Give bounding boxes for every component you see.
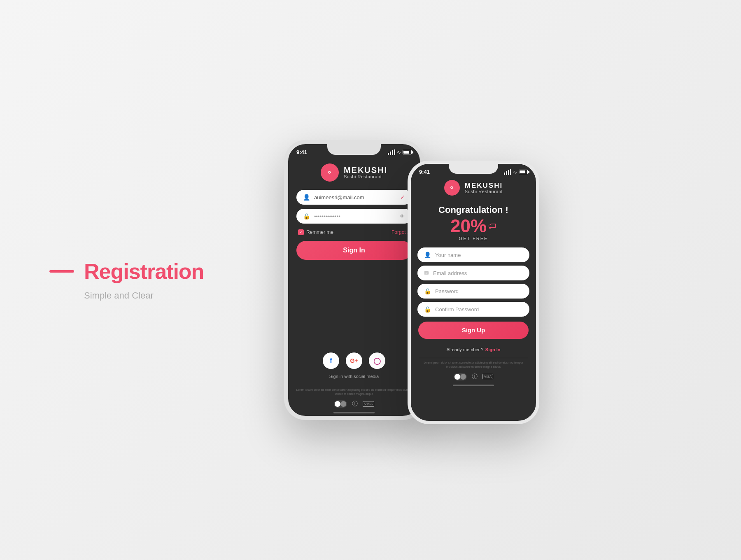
- signal-bar-4: [394, 149, 395, 155]
- password-value: ••••••••••••••: [314, 213, 396, 219]
- signal-bar-1: [388, 153, 389, 155]
- red-line-decoration: [49, 270, 74, 273]
- bottom-bar-signup: Ⓣ VISA: [411, 370, 536, 382]
- signal-bar-s1: [504, 173, 505, 175]
- sign-in-button[interactable]: Sign In: [296, 241, 412, 260]
- paypal-icon-signup: Ⓣ: [472, 373, 478, 380]
- discount-percent: 20%: [450, 217, 487, 235]
- signal-bar-s2: [506, 171, 507, 175]
- congrat-section: Congratulation ! 20% 🏷 GET FREE: [411, 200, 536, 247]
- get-free-text: GET FREE: [419, 236, 528, 241]
- sign-in-label: Sign In: [343, 247, 365, 254]
- remember-row: ✓ Remmer me Forgot >: [288, 228, 420, 241]
- email-value: auimeesri@mail.com: [314, 194, 396, 201]
- battery-icon: [403, 150, 412, 154]
- sign-up-button[interactable]: Sign Up: [418, 322, 529, 339]
- visa-icon-signup: VISA: [482, 374, 493, 379]
- wifi-icon: ∿: [397, 149, 401, 155]
- phone-notch-signin: [327, 144, 381, 155]
- time-signin: 9:41: [296, 149, 307, 155]
- signal-bar-s3: [508, 170, 509, 175]
- your-name-field[interactable]: 👤 Your name: [417, 247, 529, 262]
- sign-up-label: Sign Up: [462, 327, 485, 334]
- logo-tagline-signin: Sushi Restaurant: [344, 174, 387, 179]
- title-container: Registration: [49, 259, 204, 284]
- congrat-title: Congratulation !: [419, 205, 528, 215]
- status-icons-signin: ∿: [388, 149, 412, 155]
- password-field-signin[interactable]: 🔒 •••••••••••••• 👁: [296, 209, 412, 224]
- logo-name-signup: MEKUSHI: [465, 182, 503, 189]
- paypal-icon: Ⓣ: [352, 400, 358, 408]
- person-icon-email: 👤: [303, 194, 310, 201]
- battery-fill-signup: [520, 170, 525, 173]
- logo-section-signup: ⚬ MEKUSHI Sushi Restaurant: [411, 177, 536, 200]
- visa-icon: VISA: [363, 401, 375, 407]
- social-icons-row: f G+ ◯: [323, 352, 385, 369]
- confirm-password-placeholder: Confirm Password: [435, 306, 523, 313]
- battery-icon-signup: [519, 170, 528, 174]
- logo-circle-signup: ⚬: [444, 180, 460, 196]
- eye-icon: 👁: [400, 213, 405, 219]
- password-field-signup[interactable]: 🔒 Password: [417, 284, 529, 299]
- instagram-icon[interactable]: ◯: [369, 352, 385, 369]
- logo-text-signin: MEKUSHI Sushi Restaurant: [344, 166, 387, 179]
- registration-subtitle: Simple and Clear: [84, 290, 204, 301]
- lock-icon-signup: 🔒: [424, 288, 431, 294]
- already-member-text: Already member ?: [447, 347, 484, 352]
- remember-left[interactable]: ✓ Remmer me: [298, 229, 333, 235]
- terms-text-signin: Lorem ipsum dolor sit amet consectetur a…: [288, 387, 420, 397]
- toggle-dot-left-signup: [454, 374, 460, 380]
- phones-container: 9:41 ∿: [284, 136, 539, 424]
- battery-fill: [403, 151, 409, 154]
- facebook-icon[interactable]: f: [323, 352, 339, 369]
- logo-section-signin: ⚬ MEKUSHI Sushi Restaurant: [288, 157, 420, 190]
- page-container: Registration Simple and Clear 9:41: [0, 0, 741, 560]
- person-icon-name: 👤: [424, 252, 431, 258]
- email-placeholder: Email address: [433, 270, 523, 276]
- your-name-placeholder: Your name: [435, 252, 523, 258]
- toggle-dot-left: [335, 401, 340, 407]
- registration-title: Registration: [84, 259, 204, 284]
- social-section: f G+ ◯ Sign in with social media: [288, 352, 420, 379]
- bottom-toggle[interactable]: [334, 400, 347, 408]
- time-signup: 9:41: [419, 169, 430, 175]
- phone-signin: 9:41 ∿: [284, 140, 424, 420]
- logo-name-signin: MEKUSHI: [344, 166, 387, 174]
- chopsticks-icon-signup: ⚬: [447, 182, 457, 194]
- toggle-dot-right: [340, 401, 346, 407]
- divider-signup: [419, 358, 528, 358]
- password-placeholder: Password: [435, 288, 523, 294]
- chopsticks-icon: ⚬: [325, 167, 335, 178]
- checkbox-check: ✓: [299, 230, 303, 234]
- signal-bar-2: [390, 152, 391, 155]
- remember-checkbox[interactable]: ✓: [298, 229, 304, 235]
- check-icon: ✓: [400, 194, 405, 201]
- home-indicator-signup: [453, 385, 494, 386]
- logo-text-signup: MEKUSHI Sushi Restaurant: [465, 182, 503, 194]
- terms-text-signup: Lorem ipsum dolor sit amet consectetur a…: [411, 360, 536, 370]
- status-icons-signup: ∿: [504, 169, 528, 175]
- google-icon[interactable]: G+: [346, 352, 362, 369]
- tag-icon: 🏷: [488, 222, 496, 231]
- signal-icon: [388, 149, 395, 155]
- lock-icon-password: 🔒: [303, 213, 310, 219]
- toggle-dot-right-signup: [460, 374, 466, 380]
- logo-tagline-signup: Sushi Restaurant: [465, 189, 503, 194]
- sign-in-link[interactable]: Sign In: [485, 347, 501, 352]
- already-member-section: Already member ? Sign In: [411, 344, 536, 356]
- email-icon: ✉: [424, 270, 429, 276]
- email-field-signup[interactable]: ✉ Email address: [417, 266, 529, 280]
- phone-notch-signup: [449, 164, 498, 174]
- social-label: Sign in with social media: [329, 374, 379, 379]
- bottom-toggle-signup[interactable]: [454, 373, 467, 380]
- home-indicator-signin: [333, 412, 375, 413]
- signal-icon-signup: [504, 169, 511, 175]
- signal-bar-3: [392, 150, 393, 155]
- phone-signup: 9:41 ∿: [408, 161, 539, 424]
- left-section: Registration Simple and Clear: [49, 259, 204, 301]
- email-field-signin[interactable]: 👤 auimeesri@mail.com ✓: [296, 190, 412, 205]
- logo-circle-signin: ⚬: [321, 163, 339, 182]
- lock-icon-confirm: 🔒: [424, 306, 431, 313]
- confirm-password-field[interactable]: 🔒 Confirm Password: [417, 302, 529, 317]
- signal-bar-s4: [510, 169, 511, 175]
